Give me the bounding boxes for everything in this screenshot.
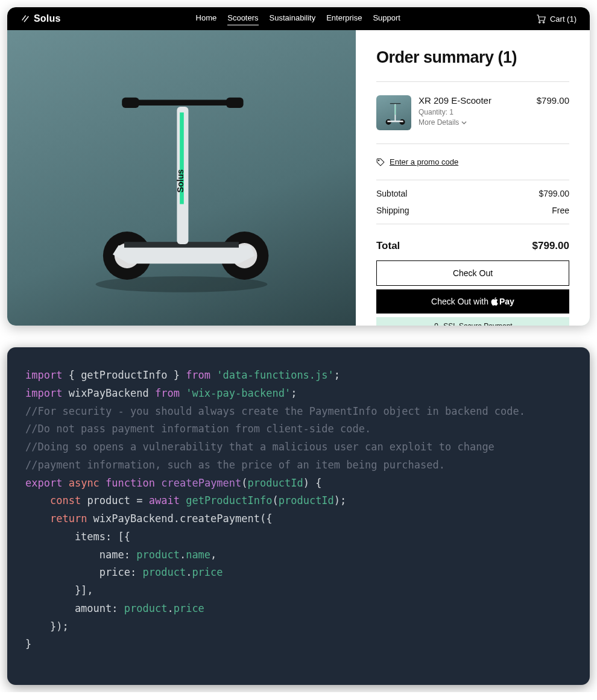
checkout-apple-prefix: Check Out with xyxy=(431,297,488,306)
shop-card: Solus Home Scooters Sustainability Enter… xyxy=(7,7,590,326)
item-price: $799.00 xyxy=(537,95,569,130)
nav-home[interactable]: Home xyxy=(196,13,217,24)
svg-rect-11 xyxy=(122,98,139,108)
lock-icon xyxy=(433,323,440,326)
tok: productId xyxy=(248,477,303,489)
chevron-down-icon xyxy=(461,120,467,125)
product-hero-image: Solus xyxy=(7,30,356,326)
tok: from xyxy=(155,387,180,399)
shipping-label: Shipping xyxy=(376,206,409,215)
order-title: Order summary (1) xyxy=(376,48,569,67)
cart-label: Cart (1) xyxy=(550,14,576,24)
tok: product xyxy=(124,602,168,614)
checkout-button[interactable]: Check Out xyxy=(376,260,569,286)
apple-icon xyxy=(491,297,498,306)
checkout-apple-pay-button[interactable]: Check Out with Pay xyxy=(376,289,569,314)
tag-icon xyxy=(376,158,385,166)
total-label: Total xyxy=(376,240,400,252)
item-name: XR 209 E-Scooter xyxy=(419,95,529,106)
total-value: $799.00 xyxy=(532,240,569,252)
more-details-label: More Details xyxy=(419,118,459,127)
tok: async xyxy=(69,477,100,489)
cart-icon xyxy=(535,13,546,24)
apple-pay-label: Pay xyxy=(499,297,514,306)
svg-rect-18 xyxy=(390,103,400,104)
tok: { getProductInfo } xyxy=(62,369,186,381)
svg-point-19 xyxy=(378,160,379,161)
item-quantity: Quantity: 1 xyxy=(419,108,529,116)
promo-link[interactable]: Enter a promo code xyxy=(390,157,458,166)
subtotal-label: Subtotal xyxy=(376,189,407,198)
scooter-illustration: Solus xyxy=(67,72,296,301)
more-details-toggle[interactable]: More Details xyxy=(419,118,467,127)
tok: product xyxy=(136,549,180,561)
tok: product xyxy=(142,566,186,578)
tok: price xyxy=(174,602,204,614)
tok: await xyxy=(149,494,180,506)
nav-scooters[interactable]: Scooters xyxy=(227,13,258,24)
tok: wixPayBackend xyxy=(62,387,155,399)
svg-point-0 xyxy=(539,22,540,23)
cart-link[interactable]: Cart (1) xyxy=(535,13,576,24)
svg-text:Solus: Solus xyxy=(175,169,185,193)
promo-row[interactable]: Enter a promo code xyxy=(376,149,569,175)
shop-body: Solus Order summary (1) xyxy=(7,30,590,326)
svg-rect-12 xyxy=(226,98,244,108)
cart-item-row: XR 209 E-Scooter Quantity: 1 More Detail… xyxy=(376,87,569,139)
shipping-value: Free xyxy=(552,206,569,215)
tok: price xyxy=(192,566,223,578)
code-card: import { getProductInfo } from 'data-fun… xyxy=(7,347,590,685)
logo-icon xyxy=(21,14,30,24)
tok: return xyxy=(50,512,87,525)
svg-rect-10 xyxy=(130,100,236,106)
nav-support[interactable]: Support xyxy=(373,13,400,24)
nav-enterprise[interactable]: Enterprise xyxy=(326,13,362,24)
tok: 'data-functions.js' xyxy=(216,369,333,381)
tok: function xyxy=(106,477,155,489)
tok: 'wix-pay-backend' xyxy=(186,387,291,399)
tok: getProductInfo xyxy=(186,494,272,506)
tok: export xyxy=(25,477,62,489)
secure-label: SSL Secure Payment xyxy=(443,322,512,326)
brand-logo[interactable]: Solus xyxy=(21,13,61,24)
svg-point-1 xyxy=(543,22,544,23)
svg-rect-17 xyxy=(395,105,396,115)
secure-strip: SSL Secure Payment xyxy=(376,317,569,326)
tok: //Do not pass payment information from c… xyxy=(25,423,371,435)
tok: const xyxy=(50,494,81,506)
subtotal-value: $799.00 xyxy=(539,189,569,198)
tok: //For security - you should always creat… xyxy=(25,405,525,417)
item-thumbnail xyxy=(376,95,411,130)
tok: import xyxy=(25,369,62,381)
tok: createPayment xyxy=(161,477,241,489)
navbar: Solus Home Scooters Sustainability Enter… xyxy=(7,7,590,30)
tok: import xyxy=(25,387,62,399)
order-panel: Order summary (1) XR 209 E-Scooter xyxy=(356,30,590,326)
tok: //payment information, such as the price… xyxy=(25,459,445,471)
shop-inner: Solus Home Scooters Sustainability Enter… xyxy=(7,7,590,326)
nav-sustainability[interactable]: Sustainability xyxy=(270,13,316,24)
tok: //Doing so opens a vulnerability that a … xyxy=(25,441,494,453)
tok: name xyxy=(186,549,210,561)
nav-links: Home Scooters Sustainability Enterprise … xyxy=(196,13,400,24)
tok: productId xyxy=(279,494,334,506)
tok: from xyxy=(186,369,210,381)
brand-name: Solus xyxy=(34,13,61,24)
